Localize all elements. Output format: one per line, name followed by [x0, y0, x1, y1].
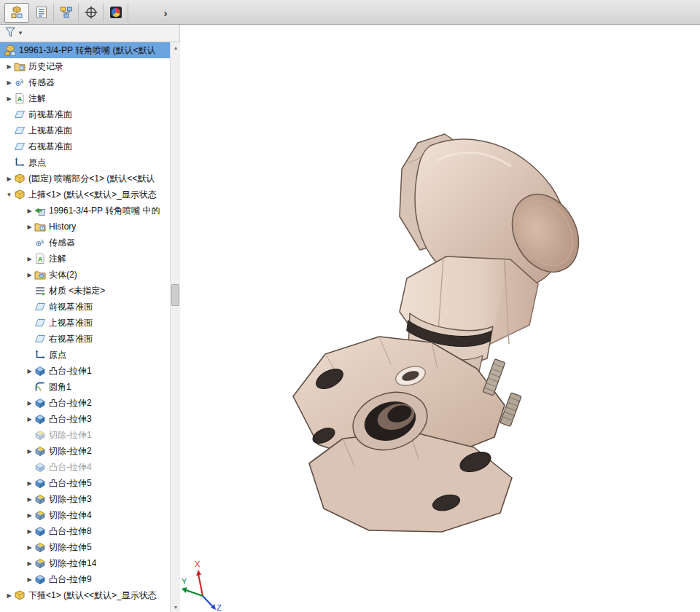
tab-configurationmanager[interactable]	[54, 3, 79, 23]
cut-icon	[34, 541, 46, 553]
tree-item[interactable]: ▶History	[0, 219, 170, 235]
feature-tree: 19961-3/4-PP 转角喷嘴 (默认<默认▶历史记录▶传感器▶A注解前视基…	[0, 42, 170, 612]
expand-arrow[interactable]: ▶	[25, 480, 34, 487]
tree-item-label: 前视基准面	[49, 301, 93, 313]
tree-item[interactable]: 19961-3/4-PP 转角喷嘴 (默认<默认	[0, 42, 170, 58]
tree-item[interactable]: ▶实体(2)	[0, 267, 170, 283]
cut-icon	[34, 493, 46, 505]
expand-arrow[interactable]: ▶	[25, 400, 34, 407]
tree-item[interactable]: ▶切除-拉伸4	[0, 507, 170, 523]
tree-item[interactable]: 切除-拉伸1	[0, 427, 170, 443]
tree-item[interactable]: ▶凸台-拉伸5	[0, 475, 170, 491]
tree-item-label: (固定) 喷嘴部分<1> (默认<<默认	[28, 173, 155, 185]
expand-arrow[interactable]: ▶	[25, 272, 34, 278]
tree-item[interactable]: ▶(固定) 喷嘴部分<1> (默认<<默认	[0, 170, 170, 187]
expand-arrow[interactable]: ▶	[25, 512, 34, 519]
scrollbar-thumb[interactable]	[171, 284, 179, 306]
tree-item[interactable]: 圆角1	[0, 379, 170, 395]
sensors-icon	[34, 237, 46, 248]
tree-item-label: 传感器	[28, 76, 55, 89]
tree-item-label: 切除-拉伸4	[49, 509, 92, 522]
tree-item[interactable]: 原点	[0, 347, 170, 363]
tree-item-label: 凸台-拉伸5	[49, 477, 92, 490]
expand-arrow[interactable]: ▶	[25, 368, 34, 374]
tree-item[interactable]: ▶历史记录	[0, 58, 170, 74]
tree-item-label: 上视基准面	[49, 317, 93, 329]
boss-icon	[34, 397, 46, 409]
expand-arrow[interactable]: ▶	[25, 576, 34, 583]
expand-arrow[interactable]: ▶	[25, 528, 34, 535]
tree-item[interactable]: 上视基准面	[0, 122, 170, 138]
tree-item[interactable]: 右视基准面	[0, 138, 170, 154]
expand-arrow[interactable]: ▶	[25, 208, 34, 214]
tree-item[interactable]: ▼上箍<1> (默认<<默认>_显示状态	[0, 187, 170, 203]
origin-icon	[34, 349, 46, 361]
expand-arrow[interactable]: ▶	[25, 448, 34, 455]
expand-arrow[interactable]: ▼	[4, 192, 14, 198]
tree-item-label: 切除-拉伸5	[49, 541, 92, 554]
tree-item-label: 19961-3/4-PP 转角喷嘴 中的	[49, 205, 160, 217]
tree-item[interactable]: 凸台-拉伸4	[0, 459, 170, 475]
expand-arrow[interactable]: ▶	[4, 95, 14, 102]
tree-item-label: 下箍<1> (默认<<默认>_显示状态	[28, 589, 157, 602]
tree-item[interactable]: 原点	[0, 154, 170, 170]
expand-arrow[interactable]: ▶	[4, 592, 14, 599]
solids-icon	[34, 269, 46, 280]
expand-arrow[interactable]: ▶	[25, 416, 34, 423]
scrollbar-up-icon[interactable]: ▲	[171, 42, 181, 52]
expand-arrow[interactable]: ▶	[4, 176, 14, 182]
graphics-viewport[interactable]: X Y Z	[180, 25, 700, 612]
boss-icon	[34, 573, 46, 585]
tree-item[interactable]: 右视基准面	[0, 331, 170, 347]
expand-arrow[interactable]: ▶	[25, 496, 34, 503]
tree-scrollbar[interactable]: ▲ ▼	[170, 42, 180, 612]
tab-featuremanager-design-tree[interactable]	[4, 3, 29, 23]
tree-item[interactable]: ▶A注解	[0, 90, 170, 106]
tree-item[interactable]: ▶凸台-拉伸3	[0, 411, 170, 427]
tree-item[interactable]: 前视基准面	[0, 106, 170, 122]
tree-item[interactable]: 传感器	[0, 235, 170, 251]
tab-displaymanager[interactable]	[104, 3, 128, 23]
expand-arrow[interactable]: ▶	[4, 79, 14, 86]
tree-item[interactable]: 材质 <未指定>	[0, 283, 170, 299]
tree-item[interactable]: ▶传感器	[0, 74, 170, 90]
tree-item[interactable]: ▶切除-拉伸14	[0, 555, 170, 571]
filter-caret-icon[interactable]: ▼	[18, 30, 23, 36]
tree-item[interactable]: ▶切除-拉伸2	[0, 443, 170, 459]
tree-item[interactable]: ▶切除-拉伸3	[0, 491, 170, 507]
tree-item[interactable]: ▶凸台-拉伸9	[0, 571, 170, 587]
tree-item-label: 材质 <未指定>	[49, 285, 105, 297]
expand-arrow[interactable]: ▶	[25, 224, 34, 230]
panel-flyout-chevron-icon[interactable]: ›	[158, 4, 174, 21]
tree-item[interactable]: ▶下箍<1> (默认<<默认>_显示状态	[0, 587, 170, 603]
coordinate-triad: X Y Z	[180, 549, 231, 612]
tree-item[interactable]: ▶A注解	[0, 251, 170, 267]
tree-item[interactable]: ▶凸台-拉伸8	[0, 523, 170, 539]
expand-arrow[interactable]: ▶	[4, 63, 14, 70]
tree-item[interactable]: 上视基准面	[0, 315, 170, 331]
tree-item[interactable]: ▶凸台-拉伸2	[0, 395, 170, 411]
tree-item[interactable]: 前视基准面	[0, 299, 170, 315]
scrollbar-down-icon[interactable]: ▼	[171, 602, 181, 612]
manager-tabs	[4, 2, 128, 23]
annotations-icon: A	[34, 253, 46, 264]
expand-arrow[interactable]: ▶	[25, 256, 34, 262]
tree-item-label: 实体(2)	[49, 269, 77, 281]
solidworks-window: › ▼ 19961-3/4-PP 转角喷嘴 (默认<默认▶历史记录▶传感器▶A注…	[0, 0, 700, 612]
tree-item[interactable]: ▶19961-3/4-PP 转角喷嘴 中的	[0, 203, 170, 219]
svg-text:A: A	[38, 256, 43, 263]
history-icon	[34, 221, 46, 232]
tree-item[interactable]: ▶切除-拉伸5	[0, 539, 170, 555]
tree-item-label: 切除-拉伸2	[49, 445, 92, 458]
tab-propertymanager[interactable]	[29, 3, 54, 23]
tree-item-label: 上箍<1> (默认<<默认>_显示状态	[28, 189, 157, 201]
triad-x-label: X	[195, 560, 201, 568]
tree-item[interactable]: ▶凸台-拉伸1	[0, 363, 170, 379]
triad-y-label: Y	[182, 577, 187, 586]
expand-arrow[interactable]: ▶	[25, 544, 34, 551]
tree-item-label: 切除-拉伸14	[49, 557, 96, 570]
tab-dimxpertmanager[interactable]	[79, 3, 104, 23]
tree-item-label: 传感器	[49, 237, 75, 249]
filter-funnel-icon[interactable]	[4, 26, 16, 41]
expand-arrow[interactable]: ▶	[25, 560, 34, 567]
